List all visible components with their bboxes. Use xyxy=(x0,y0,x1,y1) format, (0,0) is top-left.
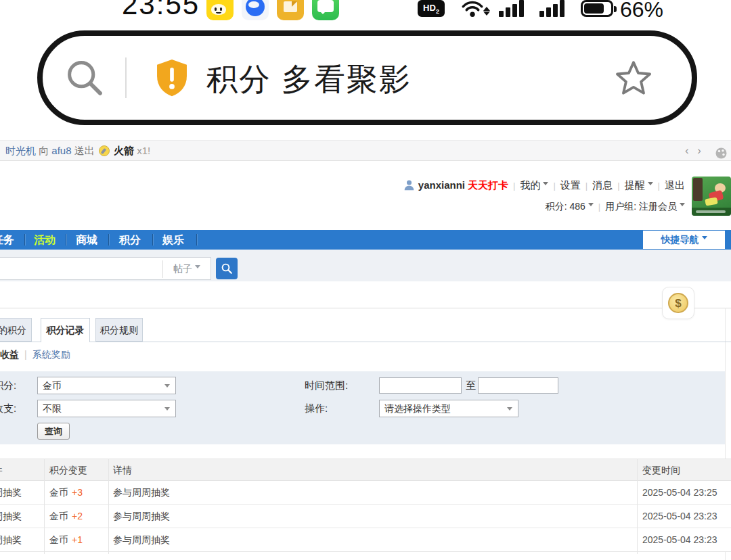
broadcast-word-to: 向 xyxy=(39,145,49,156)
broadcast-word-send: 送出 xyxy=(74,145,95,156)
table-row: 周周抽奖 金币+3 参与周周抽奖 2025-05-04 23:25 xyxy=(0,481,731,505)
cell-detail: 参与周周抽奖 xyxy=(113,481,170,505)
coin-widget[interactable]: $ xyxy=(662,287,694,319)
nav-item-tasks[interactable]: 任务 xyxy=(0,230,14,250)
to-label: 至 xyxy=(466,377,476,394)
avatar[interactable] xyxy=(692,177,731,216)
battery-percent: 66% xyxy=(620,0,663,22)
table-body: 周周抽奖 金币+3 参与周周抽奖 2025-05-04 23:25 周周抽奖 金… xyxy=(0,481,731,552)
nav-item-mall[interactable]: 商城 xyxy=(76,230,97,250)
points-label: 积分: xyxy=(0,377,16,394)
chevron-down-icon xyxy=(588,203,594,209)
nav-item-activity-active[interactable]: 活动 xyxy=(34,230,56,250)
table-row: 周周抽奖 金币+2 参与周周抽奖 2025-05-04 23:23 xyxy=(0,505,731,528)
address-bar-query[interactable]: 积分 多看聚影 xyxy=(206,59,412,101)
forum-search-input[interactable]: 帖子 xyxy=(0,257,211,280)
tab-points-rules[interactable]: 积分规则 xyxy=(95,318,143,342)
filter-form: 积分: 金币 时间范围: 至 收支: 不限 操作: 请选择操作类型 查询 xyxy=(0,371,725,444)
cell-time: 2025-05-04 23:25 xyxy=(642,481,717,505)
clock: 23:55 xyxy=(122,0,200,21)
menu-alerts[interactable]: 提醒 xyxy=(625,179,645,191)
gold-coin-icon: $ xyxy=(668,293,688,313)
query-button[interactable]: 查询 xyxy=(37,423,70,440)
broadcast-message: 时光机 向 afu8 送出 火箭 x1! xyxy=(5,141,150,160)
hd-voice-icon: HD2 xyxy=(418,0,445,17)
sub-nav: 收益|系统奖励 xyxy=(0,348,70,361)
broadcast-gift-name: 火箭 xyxy=(114,145,134,156)
time-range-label: 时间范围: xyxy=(305,377,348,394)
header-detail: 详情 xyxy=(113,459,132,482)
operation-select[interactable]: 请选择操作类型 xyxy=(379,400,518,417)
palette-icon[interactable] xyxy=(715,145,727,165)
orange-book-app-icon xyxy=(277,0,304,20)
menu-logout[interactable]: 退出 xyxy=(665,179,685,191)
points-delta: +2 xyxy=(72,511,83,521)
broadcast-count: x1! xyxy=(137,145,150,156)
yellow-cartoon-app-icon xyxy=(206,0,234,20)
chevron-down-icon xyxy=(702,236,707,242)
nav-item-points[interactable]: 积分 xyxy=(119,230,141,250)
cell-detail: 参与周周抽奖 xyxy=(113,528,170,552)
chevron-down-icon xyxy=(195,265,200,271)
menu-mine[interactable]: 我的 xyxy=(520,179,540,191)
user-badge[interactable]: 天天打卡 xyxy=(468,179,508,191)
tab-points-log[interactable]: 积分记录 xyxy=(41,318,90,342)
gift-rocket-icon xyxy=(99,145,110,156)
time-to-input[interactable] xyxy=(478,377,558,394)
table-row: 周周抽奖 金币+1 参与周周抽奖 2025-05-04 23:23 xyxy=(0,528,731,552)
tab-my-points[interactable]: 我的积分 xyxy=(0,318,32,342)
broadcast-receiver-link[interactable]: afu8 xyxy=(51,145,71,156)
menu-messages[interactable]: 消息 xyxy=(592,179,613,191)
points-table: 事件 积分变更 详情 变更时间 周周抽奖 金币+3 参与周周抽奖 2025-05… xyxy=(0,459,731,552)
green-messenger-app-icon xyxy=(312,0,339,20)
cell-event: 周周抽奖 xyxy=(0,528,22,552)
cell-change: 金币+1 xyxy=(49,528,83,552)
cell-time: 2025-05-04 23:23 xyxy=(642,505,717,528)
divider xyxy=(125,57,127,98)
table-header-row: 事件 积分变更 详情 变更时间 xyxy=(0,459,731,481)
nav-item-entertainment[interactable]: 娱乐 xyxy=(162,230,184,250)
chevron-down-icon xyxy=(543,182,548,188)
user-group[interactable]: 用户组: 注册会员 xyxy=(605,201,677,212)
status-bar: 23:55 HD2 66% xyxy=(0,0,731,20)
cell-change: 金币+2 xyxy=(49,505,83,528)
star-icon[interactable] xyxy=(613,57,655,102)
subnav-income[interactable]: 收益 xyxy=(0,349,19,360)
username[interactable]: yanxianni xyxy=(418,179,465,191)
points-delta: +1 xyxy=(72,534,83,545)
inout-select[interactable]: 不限 xyxy=(37,400,176,417)
inout-label: 收支: xyxy=(0,400,16,417)
quick-nav-button[interactable]: 快捷导航 xyxy=(643,231,725,249)
search-type-dropdown[interactable]: 帖子 xyxy=(163,258,211,279)
column-separator xyxy=(108,459,109,554)
cell-detail: 参与周周抽奖 xyxy=(113,505,170,528)
points-type-select[interactable]: 金币 xyxy=(37,377,176,394)
forum-search-button[interactable] xyxy=(216,258,238,279)
user-panel: yanxianni天天打卡|我的|设置|消息|提醒|退出 积分: 486|用户组… xyxy=(403,178,685,213)
column-separator xyxy=(637,459,638,554)
chevron-down-icon xyxy=(164,407,170,413)
network-arrows-icon xyxy=(483,3,490,20)
user-points[interactable]: 积分: 486 xyxy=(546,201,585,212)
header-change: 积分变更 xyxy=(49,459,87,482)
cell-change: 金币+3 xyxy=(49,481,83,505)
shield-warning-icon[interactable] xyxy=(151,56,193,102)
broadcast-bar: 时光机 向 afu8 送出 火箭 x1! ‹ › xyxy=(0,140,731,161)
points-delta: +3 xyxy=(72,487,83,498)
cell-event: 周周抽奖 xyxy=(0,505,22,528)
broadcast-prev-next[interactable]: ‹ › xyxy=(685,141,704,160)
menu-settings[interactable]: 设置 xyxy=(560,179,581,191)
time-from-input[interactable] xyxy=(379,377,462,394)
battery-icon xyxy=(581,0,613,17)
subnav-system-rewards-link[interactable]: 系统奖励 xyxy=(32,349,70,360)
header-time: 变更时间 xyxy=(642,459,680,482)
chevron-down-icon xyxy=(648,182,653,188)
broadcast-sender-link[interactable]: 时光机 xyxy=(5,145,36,156)
operation-label: 操作: xyxy=(305,400,328,417)
forum-search-row: 帖子 xyxy=(0,250,731,281)
main-nav: 任务 活动 商城 积分 娱乐 快捷导航 xyxy=(0,230,731,250)
chevron-down-icon xyxy=(680,203,685,209)
column-separator xyxy=(44,459,45,554)
user-icon xyxy=(403,179,415,195)
browser-address-bar[interactable]: 积分 多看聚影 xyxy=(37,30,697,125)
